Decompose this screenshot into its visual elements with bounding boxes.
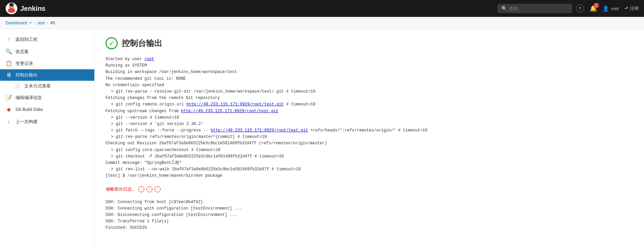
prevbuild-icon: ↓ [5, 118, 12, 125]
sidebar-label-prevbuild: 上一次构建 [16, 119, 38, 125]
logout-icon: ⬏ [624, 5, 628, 11]
main-header: Jenkins 🔍 ? 🔔 1 👤 root ⬏ 注销 [0, 0, 644, 17]
breadcrumb-dashboard[interactable]: Dashboard [5, 20, 27, 25]
help-icon-btn[interactable]: ? [576, 4, 584, 13]
header-icons: ? 🔔 1 👤 root ⬏ 注销 [576, 4, 639, 13]
user-menu[interactable]: 👤 root [602, 5, 619, 12]
breadcrumb: Dashboard ▼ › test › #5 [0, 17, 644, 29]
console-line-2: Running as SYSTEM [105, 63, 633, 69]
console-line-6: > git rev-parse --resolve-git-dir /var/j… [105, 89, 633, 95]
sidebar-item-back[interactable]: ↑ 返回到工程 [0, 33, 94, 46]
console-line-18: > git rev-list --no-walk 2baf67af3a8e8b5… [105, 166, 633, 173]
console-line-4: The recommended git tool is: NONE [105, 76, 633, 82]
jenkins-logo-link[interactable]: Jenkins [5, 2, 45, 15]
svg-point-4 [12, 6, 13, 7]
sidebar-item-editnote[interactable]: 📝 编辑编译信息 [0, 92, 94, 103]
main-content: ✓ 控制台输出 Started by user root Running as … [95, 29, 644, 245]
console-post-line-5: Finished: SUCCESS [105, 225, 633, 231]
sidebar-item-gitbuild[interactable]: ◆ Git Build Data [0, 103, 94, 115]
omit-dot-3[interactable]: · [154, 186, 161, 192]
omitted-section: 省略部分日志。 · · · [105, 186, 633, 192]
sidebar-item-console[interactable]: 🖥 控制台输出 [0, 69, 94, 81]
sidebar-label-status: 状态集 [16, 49, 29, 55]
console-post-line-3: SSH: Disconnecting configuration [testEn… [105, 212, 633, 218]
search-icon: 🔍 [501, 6, 507, 11]
console-post-line-4: SSH: Transferred 1 file(s) [105, 218, 633, 225]
console-line-1: Started by user root [105, 56, 633, 63]
logout-btn[interactable]: ⬏ 注销 [624, 5, 639, 11]
sidebar-label-back: 返回到工程 [16, 36, 38, 43]
console-line-12: > git fetch --tags --force --progress --… [105, 127, 633, 134]
success-check-icon: ✓ [105, 37, 118, 49]
header-title: Jenkins [20, 5, 45, 13]
page-title: 控制台输出 [122, 38, 162, 49]
sidebar-label-gitbuild: Git Build Data [16, 107, 43, 112]
console-post-line-1: SSH: Connecting from host [c97eec8bdf42] [105, 199, 633, 205]
svg-point-5 [9, 3, 14, 6]
console-line-17: Commit message: "SpringBoot工程" [105, 160, 633, 166]
sidebar-item-textview[interactable]: 📄 文本方式查看 [0, 81, 94, 92]
console-output-post-omit: SSH: Connecting from host [c97eec8bdf42]… [105, 199, 633, 231]
console-line-5: No credentials specified [105, 82, 633, 89]
jenkins-logo-icon [5, 2, 18, 15]
page-layout: ↑ 返回到工程 🔍 状态集 📋 变更记录 🖥 控制台输出 📄 文本方式查看 📝 … [0, 29, 644, 245]
console-line-16: > git checkout -f 2baf67af3a8e8b5225e3c9… [105, 153, 633, 160]
status-icon: 🔍 [5, 48, 12, 55]
console-icon: 🖥 [5, 72, 12, 78]
breadcrumb-test[interactable]: test [38, 20, 45, 25]
console-line-10: > git --version # timeout=10 [105, 115, 633, 121]
omit-dot-1[interactable]: · [138, 186, 144, 192]
omit-dot-2[interactable]: · [146, 186, 152, 192]
breadcrumb-icon: ▼ [29, 21, 32, 25]
sidebar-item-prevbuild[interactable]: ↓ 上一次构建 [0, 115, 94, 128]
user-icon: 👤 [602, 5, 609, 12]
search-input[interactable] [509, 6, 568, 11]
logout-label: 注销 [630, 5, 639, 11]
breadcrumb-build: #5 [50, 20, 55, 25]
sidebar-label-editnote: 编辑编译信息 [16, 95, 42, 101]
sidebar-label-console: 控制台输出 [16, 72, 38, 78]
sidebar-item-changes[interactable]: 📋 变更记录 [0, 57, 94, 69]
root-user-link[interactable]: root [144, 57, 154, 62]
console-line-9: Fetching upstream changes from http://49… [105, 108, 633, 115]
console-line-7: Fetching changes from the remote Git rep… [105, 95, 633, 101]
console-line-14: Checking out Revision 2baf67af3a8e8b5225… [105, 140, 633, 147]
breadcrumb-sep-2: › [47, 21, 48, 25]
editnote-icon: 📝 [5, 94, 12, 101]
page-title-section: ✓ 控制台输出 [105, 37, 633, 49]
console-line-11: > git --version # 'git version 2.30.2' [105, 121, 633, 127]
sidebar-item-status[interactable]: 🔍 状态集 [0, 46, 94, 57]
git-url-link-1[interactable]: http://49.233.115.171:8929/root/test.git [186, 102, 284, 107]
sidebar-label-textview: 文本方式查看 [24, 83, 51, 89]
console-line-8: > git config remote.origin.url http://49… [105, 101, 633, 108]
textview-icon: 📄 [14, 84, 21, 89]
console-line-3: Building in workspace /var/jenkins_home/… [105, 69, 633, 75]
console-line-13: > git rev-parse refs/remotes/origin/mast… [105, 134, 633, 140]
notification-count: 1 [594, 3, 599, 8]
search-box[interactable]: 🔍 [498, 4, 572, 13]
console-post-line-2: SSH: Connecting with configuration [test… [105, 205, 633, 212]
git-url-link-3[interactable]: http://49.233.115.171:8929/root/test.git [211, 128, 308, 133]
changes-icon: 📋 [5, 60, 12, 67]
console-line-19: [test] $ /var/jenkins_home/maven/bin/mvn… [105, 173, 633, 179]
back-icon: ↑ [5, 36, 12, 43]
sidebar: ↑ 返回到工程 🔍 状态集 📋 变更记录 🖥 控制台输出 📄 文本方式查看 📝 … [0, 29, 95, 245]
console-output-area: Started by user root Running as SYSTEM B… [105, 56, 633, 179]
notification-bell[interactable]: 🔔 1 [590, 5, 597, 12]
omitted-label: 省略部分日志。 [105, 186, 136, 192]
svg-point-3 [10, 6, 11, 7]
username-label: root [611, 6, 619, 11]
breadcrumb-sep-1: › [34, 21, 36, 25]
console-line-15: > git config core.sparsecheckout # timeo… [105, 147, 633, 153]
git-url-link-2[interactable]: http://49.233.115.171:8929/root/test.git [181, 109, 278, 114]
sidebar-label-changes: 变更记录 [16, 60, 33, 67]
gitbuild-icon: ◆ [5, 106, 12, 113]
